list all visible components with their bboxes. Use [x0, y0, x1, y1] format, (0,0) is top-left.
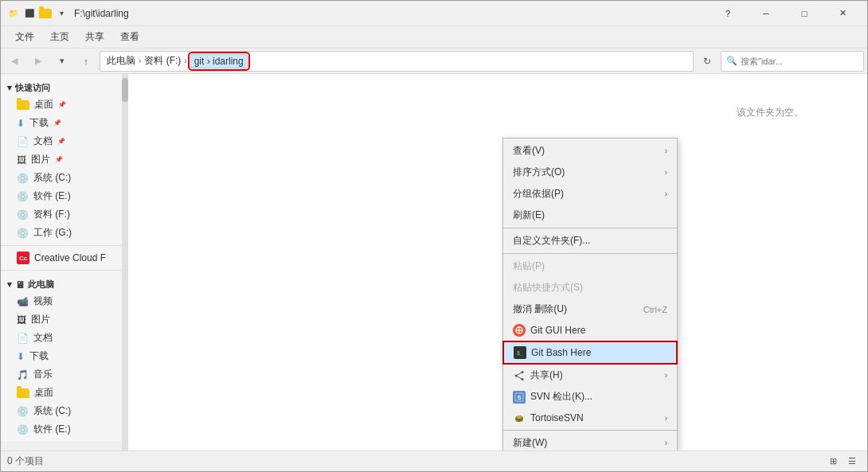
title-bar-folder-icon	[39, 7, 52, 20]
this-pc-section[interactable]: ▾ 🖥 此电脑	[1, 274, 127, 292]
sidebar-item-label: 系统 (C:)	[33, 171, 71, 185]
sidebar-item-label: 桌面	[34, 98, 53, 111]
menu-file[interactable]: 文件	[7, 27, 42, 47]
ctx-shortcut: Ctrl+Z	[643, 305, 667, 314]
quick-access-section[interactable]: ▾ 快速访问	[1, 77, 127, 96]
ctx-item-label: 查看(V)	[513, 144, 545, 158]
sidebar-item-g-drive-quick[interactable]: 💿 工作 (G:)	[1, 224, 127, 242]
close-button[interactable]: ✕	[824, 1, 861, 26]
file-area[interactable]: 该文件夹为空。 查看(V) › 排序方式(O) › 分组依据(P) ›	[128, 74, 867, 451]
ctx-item-label: 粘贴快捷方式(S)	[513, 281, 583, 295]
this-pc-collapse-icon: ▾	[7, 279, 12, 290]
view-grid-button[interactable]: ⊞	[824, 454, 842, 470]
view-list-button[interactable]: ☰	[843, 454, 861, 470]
help-button[interactable]: ?	[710, 1, 746, 26]
ctx-item-left: S SVN 检出(K)...	[513, 390, 592, 404]
sidebar-item-label: 图片	[31, 313, 50, 326]
download-icon: ⬇	[17, 351, 25, 362]
path-git[interactable]: git › idarling	[190, 54, 248, 68]
menu-view[interactable]: 查看	[112, 27, 147, 47]
sidebar-item-label: 音乐	[33, 368, 53, 381]
title-bar-arrow[interactable]: ▾	[55, 7, 68, 20]
sidebar-item-docs-pc[interactable]: 📄 文档	[1, 329, 127, 347]
ctx-item-left: Git GUI Here	[513, 324, 585, 337]
maximize-button[interactable]: □	[786, 1, 823, 26]
sidebar-item-desktop-pc[interactable]: 桌面	[1, 384, 127, 402]
ctx-item-group[interactable]: 分组依据(P) ›	[503, 183, 677, 205]
sidebar-item-videos[interactable]: 📹 视频	[1, 292, 127, 310]
sidebar-item-label: 工作 (G:)	[33, 226, 72, 240]
ctx-arrow-icon: ›	[665, 189, 667, 198]
path-pc[interactable]: 此电脑	[107, 54, 135, 68]
title-bar-text: F:\git\idarling	[74, 8, 710, 19]
refresh-button[interactable]: ↻	[697, 51, 717, 72]
quick-access-icon-tb[interactable]: ⬛	[23, 7, 36, 20]
sidebar-scrollbar-thumb[interactable]	[122, 78, 128, 102]
ctx-item-tortoise-svn[interactable]: TortoiseSVN ›	[503, 408, 677, 428]
ctx-item-refresh[interactable]: 刷新(E)	[503, 205, 677, 226]
sidebar-item-e-drive-quick[interactable]: 💿 软件 (E:)	[1, 187, 127, 205]
sidebar-item-desktop-quick[interactable]: 桌面 📌	[1, 96, 127, 114]
sidebar: ▾ 快速访问 桌面 📌 ⬇ 下载 📌 📄 文档 📌	[1, 74, 128, 442]
minimize-button[interactable]: ─	[748, 1, 784, 26]
ctx-arrow-icon: ›	[665, 146, 667, 155]
sidebar-scrollbar-track	[122, 74, 128, 451]
svn-icon: S	[513, 391, 526, 404]
ctx-item-git-gui[interactable]: Git GUI Here	[503, 320, 677, 341]
title-bar-icons: 📁 ⬛ ▾	[7, 7, 68, 20]
sidebar-item-label: 下载	[29, 116, 49, 130]
address-path-box[interactable]: 此电脑 › 资料 (F:) › git › idarling	[100, 51, 694, 72]
docs-icon: 📄	[17, 136, 29, 147]
quick-access-label: 快速访问	[15, 82, 50, 94]
sidebar-item-downloads-quick[interactable]: ⬇ 下载 📌	[1, 114, 127, 132]
ctx-item-paste[interactable]: 粘贴(P)	[503, 256, 677, 277]
view-buttons: ⊞ ☰	[824, 454, 861, 470]
forward-button[interactable]: ▶	[28, 51, 49, 72]
sidebar-item-downloads-pc[interactable]: ⬇ 下载	[1, 347, 127, 365]
ctx-item-label: 排序方式(O)	[513, 166, 565, 179]
ctx-item-left: 共享(H)	[513, 369, 563, 382]
ctx-item-new[interactable]: 新建(W) ›	[503, 432, 677, 451]
drive-icon: 💿	[17, 209, 29, 220]
search-icon: 🔍	[726, 56, 737, 66]
creative-cloud-icon: Cc	[17, 252, 29, 264]
menu-share[interactable]: 共享	[77, 27, 112, 47]
search-input[interactable]	[741, 57, 844, 66]
sidebar-item-pictures-pc[interactable]: 🖼 图片	[1, 310, 127, 329]
ctx-item-view[interactable]: 查看(V) ›	[503, 140, 677, 162]
svg-point-12	[516, 419, 518, 422]
sidebar-item-c-drive-pc[interactable]: 💿 系统 (C:)	[1, 402, 127, 420]
status-bar: 0 个项目 ⊞ ☰	[1, 451, 867, 471]
sidebar-item-docs-quick[interactable]: 📄 文档 📌	[1, 132, 127, 150]
sidebar-item-label: Creative Cloud F	[34, 252, 106, 263]
ctx-item-git-bash[interactable]: $_ Git Bash Here	[503, 341, 677, 364]
ctx-item-label: 新建(W)	[513, 436, 547, 450]
ctx-item-share[interactable]: 共享(H) ›	[503, 365, 677, 386]
menu-home[interactable]: 主页	[42, 27, 77, 47]
pin-icon: 📌	[58, 101, 66, 108]
sidebar-item-pictures-quick[interactable]: 🖼 图片 📌	[1, 150, 127, 169]
sidebar-item-f-drive-quick[interactable]: 💿 资料 (F:)	[1, 205, 127, 224]
svg-point-13	[521, 419, 523, 422]
ctx-item-label: 自定义文件夹(F)...	[513, 234, 590, 248]
sidebar-item-creative-cloud[interactable]: Cc Creative Cloud F	[1, 249, 127, 267]
pictures-icon: 🖼	[17, 314, 26, 326]
ctx-item-paste-shortcut[interactable]: 粘贴快捷方式(S)	[503, 277, 677, 298]
back-button[interactable]: ◀	[4, 51, 25, 72]
ctx-item-svn-checkout[interactable]: S SVN 检出(K)...	[503, 386, 677, 408]
sidebar-item-label: 视频	[33, 295, 53, 308]
title-bar: 📁 ⬛ ▾ F:\git\idarling ? ─ □ ✕	[1, 1, 867, 26]
sidebar-item-e-drive-pc[interactable]: 💿 软件 (E:)	[1, 420, 127, 439]
ctx-item-undo[interactable]: 撤消 删除(U) Ctrl+Z	[503, 298, 677, 320]
search-box[interactable]: 🔍	[721, 51, 864, 72]
sidebar-item-c-drive-quick[interactable]: 💿 系统 (C:)	[1, 169, 127, 187]
recent-button[interactable]: ▾	[52, 51, 72, 72]
path-drive[interactable]: 资料 (F:)	[144, 54, 181, 68]
music-icon: 🎵	[17, 369, 29, 380]
ctx-separator-1	[503, 228, 677, 228]
ctx-item-customize[interactable]: 自定义文件夹(F)...	[503, 230, 677, 252]
ctx-item-sort[interactable]: 排序方式(O) ›	[503, 162, 677, 183]
up-button[interactable]: ↑	[76, 51, 96, 72]
sidebar-item-music-pc[interactable]: 🎵 音乐	[1, 365, 127, 384]
menu-bar: 文件 主页 共享 查看	[1, 26, 867, 49]
